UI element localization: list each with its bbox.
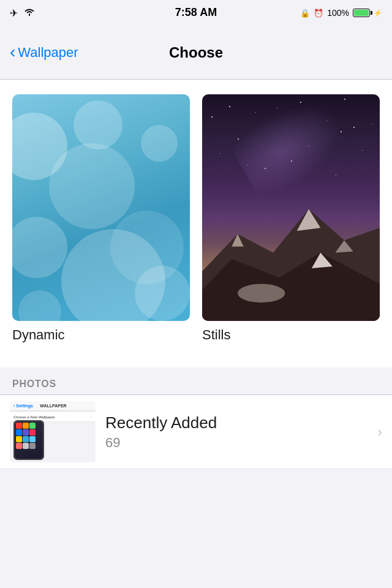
status-time: 7:58 AM (175, 6, 217, 19)
recently-added-thumbnail: ‹ Settings WALLPAPER Choose a New Wallpa… (10, 401, 96, 462)
status-left-icons: ✈ (10, 7, 35, 19)
stills-label: Stills (202, 327, 380, 343)
battery-fill (354, 10, 369, 16)
battery-percent: 100% (327, 8, 349, 18)
footer-space (0, 469, 392, 494)
dynamic-thumbnail[interactable] (12, 94, 190, 321)
chevron-right-icon: › (377, 423, 382, 440)
wifi-icon (24, 7, 35, 18)
dynamic-label: Dynamic (12, 327, 190, 343)
back-label: Wallpaper (18, 45, 78, 61)
status-right-icons: 🔒 ⏰ 100% ⚡ (300, 8, 382, 18)
chevron-left-icon: ‹ (10, 43, 15, 61)
album-title: Recently Added (105, 413, 368, 432)
bolt-icon: ⚡ (374, 9, 382, 17)
photos-list: ‹ Settings WALLPAPER Choose a New Wallpa… (0, 394, 392, 469)
recently-added-info: Recently Added 69 (105, 413, 368, 451)
stills-thumbnail[interactable] (202, 94, 380, 321)
nav-bar: ‹ Wallpaper Choose (0, 26, 392, 80)
wallpaper-grid: Dynamic (12, 94, 380, 343)
wallpaper-item-stills[interactable]: Stills (202, 94, 380, 343)
alarm-icon: ⏰ (314, 9, 323, 18)
battery-icon (353, 9, 370, 17)
stills-bg (202, 94, 380, 321)
photos-section-header: PHOTOS (0, 368, 392, 394)
wallpaper-item-dynamic[interactable]: Dynamic (12, 94, 190, 343)
screen-lock-icon: 🔒 (300, 9, 310, 18)
back-button[interactable]: ‹ Wallpaper (10, 45, 78, 61)
status-bar: ✈ 7:58 AM 🔒 ⏰ 100% ⚡ (0, 0, 392, 26)
page-title: Choose (169, 44, 223, 61)
airplane-icon: ✈ (10, 7, 18, 19)
svg-point-6 (238, 284, 285, 303)
dynamic-bg (12, 94, 190, 321)
wallpaper-content: Dynamic (0, 80, 392, 368)
photos-section: PHOTOS ‹ Settings WALLPAPER Choose a New… (0, 368, 392, 469)
album-count: 69 (105, 435, 368, 451)
list-item[interactable]: ‹ Settings WALLPAPER Choose a New Wallpa… (0, 395, 392, 469)
